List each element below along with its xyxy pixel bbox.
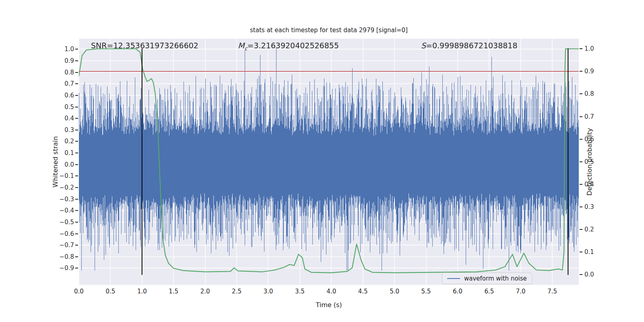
annotation-significance-symbol: S <box>421 41 426 50</box>
y-tick-label-right: 0.2 <box>584 225 605 233</box>
y-tick-mark-right <box>580 184 582 185</box>
y-tick-mark-left <box>75 210 78 211</box>
figure: { "figure": { "title": "stats at each ti… <box>0 0 644 322</box>
y-tick-mark-left <box>75 83 78 84</box>
chart-canvas <box>79 39 579 285</box>
y-tick-mark-left <box>75 268 78 268</box>
x-tick-label: 0.5 <box>98 287 122 295</box>
x-tick-label: 7.5 <box>540 287 564 295</box>
y-tick-label-left: 0.2 <box>54 137 74 145</box>
x-tick-label: 5.5 <box>414 287 438 295</box>
annotation-significance-value: =0.9998986721038818 <box>426 41 517 50</box>
x-tick-label: 3.5 <box>288 287 312 295</box>
annotation-significance: S=0.9998986721038818 <box>421 41 518 50</box>
y-tick-label-left: 0.4 <box>54 114 74 122</box>
x-tick-label: 4.5 <box>351 287 375 295</box>
x-tick-label: 3.0 <box>256 287 280 295</box>
y-tick-label-left: 0.0 <box>54 161 74 169</box>
y-tick-mark-right <box>580 116 582 117</box>
x-tick-label: 2.0 <box>193 287 217 295</box>
y-tick-mark-left <box>75 175 78 176</box>
y-tick-label-right: 0.9 <box>584 67 605 75</box>
y-tick-label-left: −0.3 <box>54 195 74 203</box>
y-tick-label-right: 0.3 <box>584 203 605 211</box>
legend: waveform with noise <box>442 272 532 284</box>
y-tick-mark-left <box>75 199 78 200</box>
y-tick-label-right: 0.6 <box>584 135 605 143</box>
y-tick-label-left: 0.3 <box>54 126 74 134</box>
x-tick-label: 4.0 <box>319 287 343 295</box>
annotation-snr-text: SNR=12.353631973266602 <box>91 41 198 50</box>
y-tick-label-left: −0.4 <box>54 206 74 215</box>
y-tick-mark-left <box>75 130 78 130</box>
y-tick-label-left: −0.9 <box>54 264 74 272</box>
y-tick-label-left: −0.2 <box>54 184 74 192</box>
x-tick-label: 6.0 <box>446 287 470 295</box>
y-tick-label-left: 0.1 <box>54 149 74 157</box>
x-tick-label: 6.5 <box>477 287 501 295</box>
y-tick-mark-right <box>580 206 582 207</box>
y-tick-label-left: 0.9 <box>54 57 74 65</box>
y-tick-mark-left <box>75 60 78 61</box>
y-tick-label-left: 1.0 <box>54 45 74 53</box>
y-tick-label-right: 0.1 <box>584 248 605 256</box>
y-tick-label-left: 0.8 <box>54 68 74 76</box>
y-tick-label-left: −0.7 <box>54 241 74 249</box>
y-tick-mark-left <box>75 153 78 153</box>
y-tick-mark-right <box>580 274 582 275</box>
y-tick-mark-right <box>580 48 582 49</box>
y-tick-label-right: 0.7 <box>584 113 605 121</box>
y-tick-label-right: 0.8 <box>584 90 605 98</box>
annotation-snr: SNR=12.353631973266602 <box>91 41 198 50</box>
y-tick-label-left: −0.6 <box>54 230 74 238</box>
legend-label: waveform with noise <box>464 275 527 282</box>
y-tick-mark-right <box>580 161 582 162</box>
y-tick-mark-left <box>75 233 78 234</box>
y-tick-mark-right <box>580 229 582 230</box>
y-tick-mark-left <box>75 164 78 165</box>
y-tick-mark-left <box>75 187 78 188</box>
y-tick-mark-left <box>75 245 78 246</box>
y-tick-mark-left <box>75 107 78 107</box>
x-tick-label: 1.5 <box>161 287 186 295</box>
annotation-chirp-mass-symbol: M <box>238 41 244 50</box>
y-tick-label-right: 0.0 <box>584 270 605 279</box>
legend-line-sample <box>447 278 460 279</box>
x-tick-label: 7.0 <box>509 287 533 295</box>
y-tick-label-left: −0.1 <box>54 172 74 180</box>
y-tick-label-right: 1.0 <box>584 45 605 53</box>
y-tick-label-right: 0.4 <box>584 180 605 188</box>
annotation-chirp-mass: Mc=3.2163920402526855 <box>238 41 339 52</box>
y-tick-mark-left <box>75 256 78 257</box>
y-tick-mark-left <box>75 49 78 50</box>
plot-area: SNR=12.353631973266602 Mc=3.216392040252… <box>79 39 579 285</box>
y-tick-label-left: 0.5 <box>54 103 74 111</box>
x-tick-label: 5.0 <box>382 287 407 295</box>
y-tick-mark-right <box>580 139 582 140</box>
y-tick-mark-right <box>580 252 582 252</box>
y-tick-label-left: 0.6 <box>54 91 74 99</box>
y-tick-mark-right <box>580 71 582 72</box>
y-tick-label-left: −0.8 <box>54 253 74 261</box>
plot-title: stats at each timestep for test data 297… <box>79 27 579 34</box>
y-tick-mark-right <box>580 93 582 94</box>
y-tick-mark-left <box>75 222 78 223</box>
y-tick-label-left: 0.7 <box>54 80 74 88</box>
y-tick-mark-left <box>75 141 78 142</box>
y-tick-mark-left <box>75 72 78 73</box>
x-tick-label: 2.5 <box>225 287 249 295</box>
x-tick-label: 1.0 <box>130 287 154 295</box>
x-tick-label: 0.0 <box>67 287 91 295</box>
annotation-chirp-mass-value: =3.2163920402526855 <box>248 41 339 50</box>
annotation-chirp-mass-subscript: c <box>244 45 247 52</box>
y-tick-label-left: −0.5 <box>54 218 74 226</box>
y-tick-label-right: 0.5 <box>584 158 605 166</box>
y-tick-mark-left <box>75 118 78 119</box>
x-axis-label: Time (s) <box>79 301 579 309</box>
y-tick-mark-left <box>75 95 78 96</box>
